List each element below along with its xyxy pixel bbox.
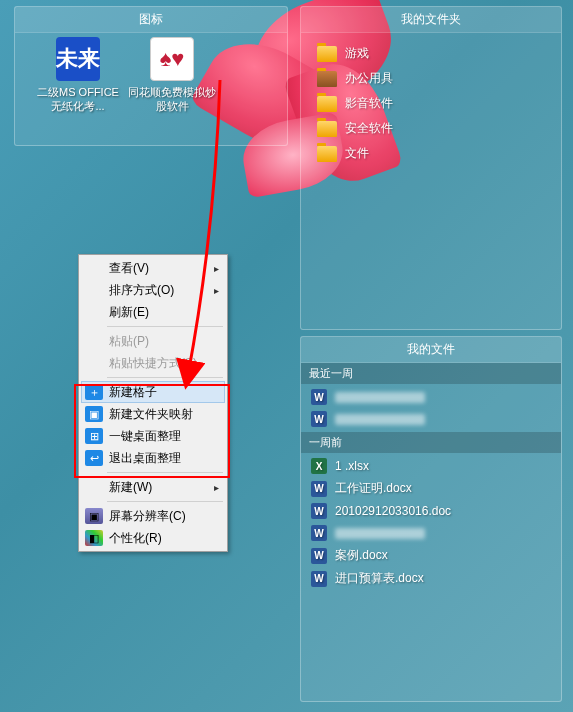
menu-item-退出桌面整理[interactable]: ↩退出桌面整理 [81,447,225,469]
desktop-context-menu: 查看(V)排序方式(O)刷新(E)粘贴(P)粘贴快捷方式(S)＋新建格子▣新建文… [78,254,228,552]
menu-item-屏幕分辨率c[interactable]: ▣屏幕分辨率(C) [81,505,225,527]
menu-item-label: 排序方式(O) [109,282,219,299]
folder-item[interactable]: 安全软件 [311,116,551,141]
menu-item-查看v[interactable]: 查看(V) [81,257,225,279]
word-icon: W [311,548,327,564]
folder-icon [317,146,337,162]
menu-item-粘贴快捷方式s: 粘贴快捷方式(S) [81,352,225,374]
map-icon: ▣ [85,406,103,422]
word-icon: W [311,503,327,519]
menu-item-label: 个性化(R) [109,530,219,547]
menu-item-label: 粘贴(P) [109,333,219,350]
file-item[interactable]: W [301,408,561,430]
menu-item-粘贴p: 粘贴(P) [81,330,225,352]
fence-icons-title[interactable]: 图标 [15,7,287,33]
folder-item[interactable]: 文件 [311,141,551,166]
menu-separator [107,501,223,502]
menu-item-一键桌面整理[interactable]: ⊞一键桌面整理 [81,425,225,447]
word-icon: W [311,481,327,497]
app-icon: ♠♥ [150,37,194,81]
folder-icon [317,96,337,112]
menu-item-label: 新建格子 [109,384,219,401]
file-item[interactable]: W20102912033016.doc [301,500,561,522]
file-label: 20102912033016.doc [335,504,451,518]
folder-icon [317,121,337,137]
files-section-header: 一周前 [301,432,561,453]
folder-label: 游戏 [345,45,369,62]
exit-icon: ↩ [85,450,103,466]
folder-label: 安全软件 [345,120,393,137]
menu-item-刷新e[interactable]: 刷新(E) [81,301,225,323]
fence-icons: 图标 未来 二级MS OFFICE无纸化考... ♠♥ 同花顺免费模拟炒股软件 [14,6,288,146]
fence-files-title[interactable]: 我的文件 [301,337,561,363]
file-item[interactable]: X1 .xlsx [301,455,561,477]
fence-folders-title[interactable]: 我的文件夹 [301,7,561,33]
fence-my-files: 我的文件 最近一周WW一周前X1 .xlsxW工作证明.docxW2010291… [300,336,562,702]
menu-item-label: 新建(W) [109,479,219,496]
desktop-icon-label: 同花顺免费模拟炒股软件 [127,85,217,113]
blank-icon [85,333,103,349]
plus-icon: ＋ [85,384,103,400]
menu-item-排序方式o[interactable]: 排序方式(O) [81,279,225,301]
personal-icon: ◧ [85,530,103,546]
grid-icon: ⊞ [85,428,103,444]
app-icon: 未来 [56,37,100,81]
file-item[interactable]: W案例.docx [301,544,561,567]
files-section-header: 最近一周 [301,363,561,384]
blank-icon [85,260,103,276]
menu-item-label: 刷新(E) [109,304,219,321]
file-item[interactable]: W [301,386,561,408]
folder-label: 文件 [345,145,369,162]
desktop-icon-label: 二级MS OFFICE无纸化考... [33,85,123,113]
screen-icon: ▣ [85,508,103,524]
file-label: 1 .xlsx [335,459,369,473]
redacted-filename [335,392,425,403]
folder-label: 办公用具 [345,70,393,87]
desktop-icon-msoffice[interactable]: 未来 二级MS OFFICE无纸化考... [33,35,123,113]
menu-separator [107,377,223,378]
blank-icon [85,304,103,320]
menu-separator [107,326,223,327]
file-item[interactable]: W工作证明.docx [301,477,561,500]
menu-item-label: 粘贴快捷方式(S) [109,355,219,372]
excel-icon: X [311,458,327,474]
menu-item-新建文件夹映射[interactable]: ▣新建文件夹映射 [81,403,225,425]
fence-my-folders: 我的文件夹 游戏办公用具影音软件安全软件文件 [300,6,562,330]
folder-label: 影音软件 [345,95,393,112]
folder-item[interactable]: 办公用具 [311,66,551,91]
blank-icon [85,282,103,298]
menu-item-label: 一键桌面整理 [109,428,219,445]
file-label: 工作证明.docx [335,480,412,497]
menu-item-新建w[interactable]: 新建(W) [81,476,225,498]
menu-separator [107,472,223,473]
briefcase-icon [317,71,337,87]
menu-item-个性化r[interactable]: ◧个性化(R) [81,527,225,549]
redacted-filename [335,528,425,539]
menu-item-label: 新建文件夹映射 [109,406,219,423]
word-icon: W [311,389,327,405]
file-label: 案例.docx [335,547,388,564]
blank-icon [85,479,103,495]
file-item[interactable]: W进口预算表.docx [301,567,561,590]
folder-icon [317,46,337,62]
file-item[interactable]: W [301,522,561,544]
file-label: 进口预算表.docx [335,570,424,587]
word-icon: W [311,411,327,427]
menu-item-label: 屏幕分辨率(C) [109,508,219,525]
menu-item-label: 查看(V) [109,260,219,277]
desktop-icon-tonghuashun[interactable]: ♠♥ 同花顺免费模拟炒股软件 [127,35,217,113]
folder-item[interactable]: 影音软件 [311,91,551,116]
folder-item[interactable]: 游戏 [311,41,551,66]
word-icon: W [311,571,327,587]
word-icon: W [311,525,327,541]
redacted-filename [335,414,425,425]
blank-icon [85,355,103,371]
menu-item-label: 退出桌面整理 [109,450,219,467]
menu-item-新建格子[interactable]: ＋新建格子 [81,381,225,403]
